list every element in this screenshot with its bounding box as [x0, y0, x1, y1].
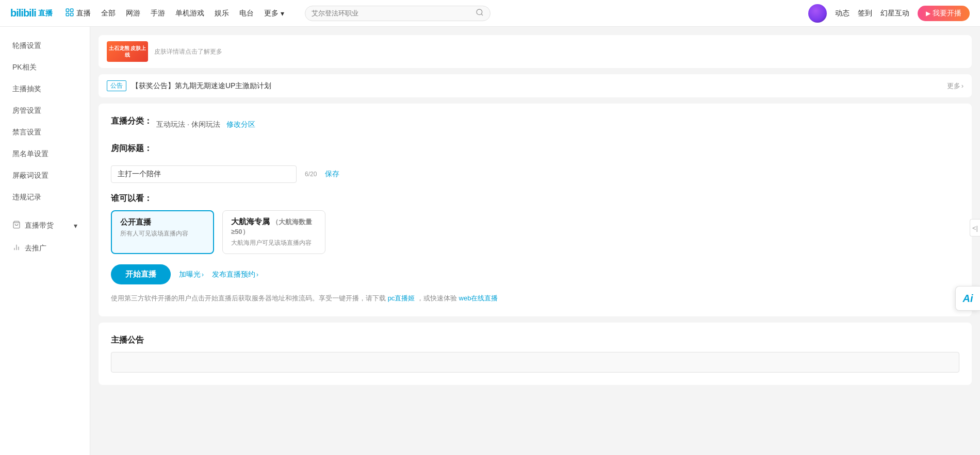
logo-live: 直播	[38, 9, 53, 18]
notice-text: 【获奖公告】第九期无期迷途UP主激励计划	[132, 81, 947, 91]
save-button[interactable]: 保存	[325, 170, 339, 179]
chevron-right-icon: ›	[202, 271, 204, 278]
web-live-link[interactable]: web在线直播	[459, 294, 498, 302]
nav-fantasy[interactable]: 幻星互动	[880, 9, 909, 18]
sidebar-item-live-shop[interactable]: 直播带货 ▾	[0, 214, 90, 237]
sidebar-item-carousel[interactable]: 轮播设置	[0, 35, 90, 57]
topnav-right: 动态 签到 幻星互动 ▶ 我要开播	[808, 4, 970, 23]
sidebar: 轮播设置 PK相关 主播抽奖 房管设置 禁言设置 黑名单设置 屏蔽词设置 违规记…	[0, 27, 90, 455]
svg-line-5	[481, 14, 483, 15]
nav-dynamic[interactable]: 动态	[835, 9, 850, 18]
live-setup-card: 直播分类： 互动玩法 · 休闲玩法 修改分区 房间标题： 6/20 保存 谁可以…	[99, 104, 972, 316]
pc-live-link[interactable]: pc直播姬	[388, 294, 415, 302]
sidebar-item-mute[interactable]: 禁言设置	[0, 122, 90, 143]
nav-entertainment[interactable]: 娱乐	[215, 9, 229, 18]
nav-mobile-game[interactable]: 手游	[151, 9, 165, 18]
topnav: bilibili 直播 直播 全部 网游 手游 单机游戏 娱乐 电台 更多 ▾ …	[0, 0, 980, 27]
begin-live-button[interactable]: 开始直播	[111, 264, 171, 284]
schedule-button[interactable]: 发布直播预约 ›	[212, 270, 258, 279]
room-title-label: 房间标题：	[111, 143, 152, 154]
logo-bilibili: bilibili	[10, 7, 36, 19]
visibility-section: 谁可以看： 公开直播 所有人可见该场直播内容 大航海专属 （大航海数量≥50） …	[111, 193, 959, 254]
category-path: 互动玩法 · 休闲玩法	[156, 120, 220, 129]
visibility-title: 谁可以看：	[111, 193, 959, 204]
chart-icon	[12, 243, 21, 254]
page-layout: 轮播设置 PK相关 主播抽奖 房管设置 禁言设置 黑名单设置 屏蔽词设置 违规记…	[0, 27, 980, 455]
ai-bubble[interactable]: Ai	[955, 286, 980, 311]
sidebar-item-promote[interactable]: 去推广	[0, 237, 90, 260]
visibility-gv-title: 大航海专属 （大航海数量≥50）	[231, 217, 317, 237]
footer-note: 使用第三方软件开播的用户点击开始直播后获取服务器地址和推流码。享受一键开播，请下…	[111, 293, 959, 304]
svg-rect-2	[66, 13, 69, 16]
main-content: 土石龙熊 皮肤上线 皮肤详情请点击了解更多 公告 【获奖公告】第九期无期迷途UP…	[90, 27, 980, 455]
category-section: 直播分类： 互动玩法 · 休闲玩法 修改分区	[111, 116, 959, 133]
chevron-right-icon: ›	[256, 271, 258, 278]
anchor-notice-title: 主播公告	[111, 335, 959, 346]
avatar[interactable]	[808, 4, 827, 23]
anchor-notice-card: 主播公告	[99, 323, 972, 385]
edit-category-link[interactable]: 修改分区	[226, 120, 255, 129]
nav-single-game[interactable]: 单机游戏	[175, 9, 204, 18]
logo[interactable]: bilibili 直播	[10, 7, 53, 19]
cart-icon	[12, 221, 21, 231]
sidebar-collapse-button[interactable]: <|	[970, 219, 980, 237]
ai-icon: Ai	[963, 293, 973, 305]
svg-rect-3	[70, 13, 73, 16]
nav-radio[interactable]: 电台	[239, 9, 254, 18]
room-title-input-row: 6/20 保存	[111, 165, 959, 183]
nav-all[interactable]: 全部	[101, 9, 116, 18]
svg-point-4	[477, 9, 482, 15]
search-input[interactable]	[312, 9, 476, 17]
sidebar-item-room-mgmt[interactable]: 房管设置	[0, 100, 90, 122]
start-live-button[interactable]: ▶ 我要开播	[918, 6, 970, 21]
banner-image: 土石龙熊 皮肤上线	[107, 41, 148, 62]
notice-more-link[interactable]: 更多 ›	[947, 81, 963, 91]
live-icon: ▶	[926, 10, 930, 17]
nav-home[interactable]: 直播	[76, 9, 91, 18]
search-icon[interactable]	[476, 8, 484, 19]
nav-signin[interactable]: 签到	[858, 9, 872, 18]
visibility-gv-desc: 大航海用户可见该场直播内容	[231, 239, 317, 247]
action-row: 开始直播 加曝光 › 发布直播预约 ›	[111, 264, 959, 284]
search-bar	[305, 6, 491, 21]
visibility-public-desc: 所有人可见该场直播内容	[120, 229, 205, 238]
banner-card: 土石龙熊 皮肤上线 皮肤详情请点击了解更多	[99, 35, 972, 68]
chevron-down-icon: ▾	[281, 9, 284, 18]
svg-rect-1	[70, 9, 73, 11]
char-count: 6/20	[305, 171, 317, 178]
nav-links: 直播 全部 网游 手游 单机游戏 娱乐 电台 更多 ▾	[76, 9, 284, 18]
sidebar-item-pk[interactable]: PK相关	[0, 57, 90, 78]
sidebar-item-filter[interactable]: 屏蔽词设置	[0, 165, 90, 187]
chevron-down-icon: ▾	[74, 222, 77, 230]
sidebar-item-violation[interactable]: 违规记录	[0, 187, 90, 208]
room-title-section: 房间标题： 6/20 保存	[111, 143, 959, 183]
nav-more[interactable]: 更多 ▾	[264, 9, 284, 18]
category-title: 直播分类：	[111, 116, 152, 127]
anchor-notice-input[interactable]	[111, 352, 959, 373]
notice-tag: 公告	[107, 80, 126, 91]
svg-rect-0	[66, 9, 69, 11]
banner-desc: 皮肤详情请点击了解更多	[154, 47, 963, 56]
visibility-grand-voyage[interactable]: 大航海专属 （大航海数量≥50） 大航海用户可见该场直播内容	[222, 210, 325, 254]
visibility-options: 公开直播 所有人可见该场直播内容 大航海专属 （大航海数量≥50） 大航海用户可…	[111, 210, 959, 254]
room-title-input[interactable]	[111, 165, 297, 183]
exposure-button[interactable]: 加曝光 ›	[179, 270, 204, 279]
notice-card: 公告 【获奖公告】第九期无期迷途UP主激励计划 更多 ›	[99, 74, 972, 97]
sidebar-item-blacklist[interactable]: 黑名单设置	[0, 143, 90, 165]
sidebar-item-lottery[interactable]: 主播抽奖	[0, 78, 90, 100]
visibility-public-title: 公开直播	[120, 217, 205, 227]
nav-pc-game[interactable]: 网游	[126, 9, 140, 18]
chevron-right-icon: ›	[961, 82, 963, 90]
home-icon[interactable]	[65, 8, 74, 19]
visibility-public[interactable]: 公开直播 所有人可见该场直播内容	[111, 210, 214, 254]
